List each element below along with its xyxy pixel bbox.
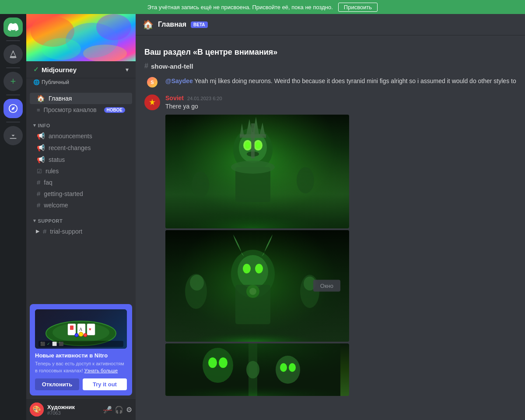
svg-point-63 [280, 363, 287, 372]
msg-time: 24.01.2023 6:20 [187, 96, 222, 101]
collapse-icon: ▾ [33, 122, 36, 128]
chevron-down-icon: ▾ [126, 66, 129, 73]
channel-welcome[interactable]: # welcome [30, 200, 132, 210]
svg-point-6 [42, 38, 81, 60]
svg-point-57 [203, 348, 233, 383]
channel-sidebar: ✓ Midjourney ▾ 🌐 Публичный 🏠 Главная ≡ П… [26, 14, 136, 420]
category-support: ▾ SUPPORT [26, 211, 136, 225]
megaphone-icon: 📢 [37, 132, 45, 140]
nitro-card-image: A ♥ ⬛ ✓ ⬜ ⬛ [35, 309, 127, 349]
nitro-card-title: Новые активности в Nitro [35, 352, 127, 359]
try-it-out-button[interactable]: Try it out [83, 378, 127, 390]
settings-icon[interactable]: ⚙ [126, 406, 132, 414]
content-header: 🏠 Главная BETA [136, 14, 525, 35]
top-banner: Эта учётная запись ещё не присвоена. При… [0, 0, 525, 14]
public-icon: 🌐 [33, 79, 40, 85]
channel-getting-started[interactable]: # getting-started [30, 188, 132, 199]
rail-separator-2 [6, 67, 20, 68]
svg-point-59 [219, 357, 228, 368]
svg-text:A: A [79, 327, 83, 332]
mute-icon[interactable]: 🎤 [103, 406, 112, 414]
add-server-button[interactable]: + [4, 72, 23, 91]
hash-icon-gs: # [37, 190, 40, 197]
images-grid: Окно [165, 115, 349, 396]
svg-point-17 [84, 333, 87, 337]
channel-recent-changes[interactable]: 📢 recent-changes [30, 142, 132, 154]
megaphone-icon-2: 📢 [37, 144, 45, 152]
svg-point-64 [289, 363, 296, 372]
svg-point-37 [245, 142, 250, 149]
svg-point-36 [297, 167, 314, 193]
channel-hash-icon: # [144, 62, 148, 70]
svg-point-44 [238, 255, 268, 288]
image-3[interactable] [165, 343, 349, 396]
learn-more-link[interactable]: Узнать больше [84, 368, 118, 373]
username: Художник [47, 404, 100, 410]
server-subtext: 🌐 Публичный [26, 78, 136, 89]
sidebar-item-browse[interactable]: ≡ Просмотр каналов НОВОЕ [30, 105, 132, 115]
main-layout: + [0, 14, 525, 420]
channel-tag-name: show-and-tell [151, 63, 193, 70]
channel-trial-support[interactable]: ▶ # trial-support [30, 226, 132, 237]
browse-badge: НОВОЕ [104, 107, 125, 113]
soviet-username: Soviet [165, 94, 184, 102]
mention-saydee: @Saydee [165, 77, 193, 84]
svg-rect-11 [70, 326, 74, 330]
download-button[interactable] [4, 126, 23, 145]
message-row-soviet: Soviet 24.01.2023 6:20 There ya go [136, 93, 525, 398]
icon-rail: + [0, 14, 26, 420]
soviet-avatar [144, 94, 160, 110]
saydee-message: @Saydee Yeah mj likes doing neurons. Wei… [165, 77, 516, 86]
content-title: Главная [158, 21, 186, 28]
channel-status[interactable]: 📢 status [30, 154, 132, 165]
svg-rect-65 [165, 378, 340, 396]
hash-icon-support: # [43, 228, 46, 235]
svg-marker-1 [11, 107, 14, 110]
saydee-avatar: S [147, 77, 158, 88]
nitro-card-text: Теперь у вас есть доступ к активностям в… [35, 360, 127, 374]
browse-icon: ≡ [37, 107, 40, 113]
image-2[interactable]: Окно [165, 230, 349, 342]
sailboat-icon-button[interactable] [4, 45, 23, 64]
dismiss-button[interactable]: Отклонить [35, 378, 79, 390]
user-bar: 🎨 Художник #7063 🎤 🎧 ⚙ [26, 399, 136, 420]
channel-list: 🏠 Главная ≡ Просмотр каналов НОВОЕ ▾ INF… [26, 89, 136, 301]
megaphone-icon-3: 📢 [37, 156, 45, 164]
explore-button[interactable] [4, 99, 23, 118]
image-1[interactable] [165, 115, 349, 228]
svg-rect-41 [165, 193, 340, 228]
user-tag: #7063 [47, 410, 100, 416]
svg-rect-40 [240, 134, 266, 138]
rail-separator-3 [6, 94, 20, 95]
hash-icon-welcome: # [37, 201, 40, 209]
svg-point-5 [96, 14, 131, 40]
channel-rules[interactable]: ☑ rules [30, 166, 132, 176]
sidebar-item-home[interactable]: 🏠 Главная [30, 93, 132, 104]
hash-icon-faq: # [37, 178, 40, 186]
home-icon: 🏠 [37, 94, 45, 102]
verified-icon: ✓ [33, 66, 39, 74]
rail-separator-4 [6, 122, 20, 122]
discord-logo[interactable] [4, 18, 23, 37]
rail-separator [6, 40, 20, 41]
svg-text:♥: ♥ [89, 327, 91, 332]
svg-point-18 [75, 333, 78, 337]
svg-point-34 [231, 161, 275, 174]
server-name[interactable]: ✓ Midjourney [33, 66, 77, 74]
msg-text: There ya go [165, 102, 516, 111]
claim-account-button[interactable]: Присвоить [338, 3, 378, 12]
msg-header: Soviet 24.01.2023 6:20 [165, 94, 516, 102]
beta-badge: BETA [191, 21, 207, 28]
user-bar-icons: 🎤 🎧 ⚙ [103, 406, 132, 414]
svg-rect-39 [251, 123, 255, 158]
svg-point-51 [190, 275, 204, 290]
category-info: ▾ INFO [26, 116, 136, 130]
featured-title: Ваш раздел «В центре внимания» [136, 39, 525, 60]
channel-announcements[interactable]: 📢 announcements [30, 130, 132, 142]
rules-icon: ☑ [37, 168, 42, 175]
overlay-label: Окно [313, 280, 340, 292]
headphones-icon[interactable]: 🎧 [115, 406, 123, 414]
nitro-card-buttons: Отклонить Try it out [35, 378, 127, 390]
channel-faq[interactable]: # faq [30, 177, 132, 188]
nitro-promo-card: A ♥ ⬛ ✓ ⬜ ⬛ [30, 304, 132, 396]
